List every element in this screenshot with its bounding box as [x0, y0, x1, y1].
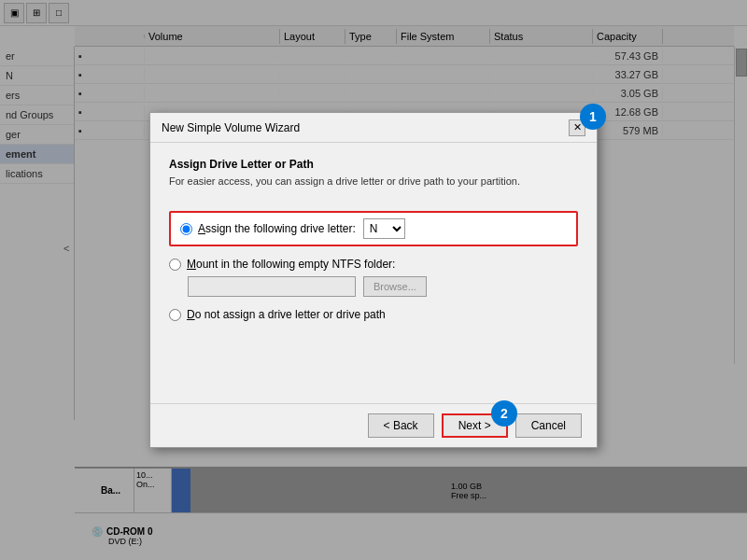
no-letter-option[interactable]: Do not assign a drive letter or drive pa…	[169, 308, 578, 321]
folder-path-row: Browse...	[188, 276, 427, 297]
no-letter-text: o not assign a drive letter or drive pat…	[195, 308, 386, 321]
assign-drive-letter-option[interactable]: Assign the following drive letter: N O P	[169, 211, 578, 246]
drive-letter-dropdown[interactable]: N O P	[363, 218, 405, 239]
no-letter-label: Do not assign a drive letter or drive pa…	[187, 308, 386, 321]
close-button[interactable]: ✕	[569, 119, 585, 136]
folder-path-input[interactable]	[188, 276, 356, 297]
mount-underline: M	[187, 258, 196, 271]
assign-letter-underline: A	[198, 222, 205, 235]
assign-letter-text: ssign the following drive letter:	[205, 222, 356, 235]
no-letter-underline: D	[187, 308, 195, 321]
modal-overlay: New Simple Volume Wizard ✕ Assign Drive …	[0, 0, 747, 560]
mount-ntfs-label: Mount in the following empty NTFS folder…	[187, 258, 395, 271]
browse-button[interactable]: Browse...	[363, 276, 427, 297]
mount-ntfs-option[interactable]: Mount in the following empty NTFS folder…	[169, 258, 578, 297]
mount-ntfs-row: Mount in the following empty NTFS folder…	[169, 258, 395, 271]
next-button[interactable]: Next >	[442, 413, 508, 438]
mount-ntfs-radio[interactable]	[169, 259, 181, 271]
wizard-dialog: New Simple Volume Wizard ✕ Assign Drive …	[149, 112, 598, 448]
section-title: Assign Drive Letter or Path	[169, 158, 578, 171]
assign-letter-radio[interactable]	[180, 223, 192, 235]
modal-titlebar: New Simple Volume Wizard ✕	[150, 113, 597, 143]
no-letter-radio[interactable]	[169, 309, 181, 321]
section-description: For easier access, you can assign a driv…	[169, 175, 578, 189]
mount-text: ount in the following empty NTFS folder:	[196, 258, 395, 271]
modal-body: Assign Drive Letter or Path For easier a…	[150, 143, 597, 403]
modal-title: New Simple Volume Wizard	[162, 121, 300, 134]
modal-footer: < Back Next > Cancel	[150, 403, 597, 447]
assign-letter-label: Assign the following drive letter:	[198, 222, 356, 235]
back-button[interactable]: < Back	[368, 413, 434, 438]
cancel-button[interactable]: Cancel	[515, 413, 582, 438]
